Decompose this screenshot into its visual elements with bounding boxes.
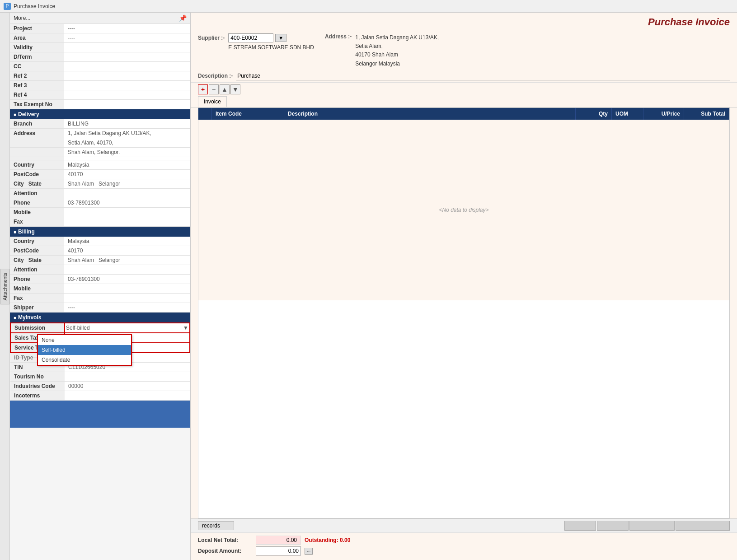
incoterms-value[interactable] <box>65 391 190 401</box>
attention-value[interactable] <box>64 189 190 198</box>
bill-attention-value[interactable] <box>64 265 190 275</box>
right-panel: Purchase Invoice Supplier :- ▼ E STREAM … <box>191 13 737 560</box>
tab-invoice[interactable]: Invoice <box>198 96 227 107</box>
supplier-section: Supplier :- ▼ E STREAM SOFTWARE SDN BHD … <box>191 32 737 70</box>
right-header: Purchase Invoice <box>191 13 737 32</box>
nav-btn-1[interactable] <box>564 521 596 531</box>
city-state-label: City State <box>10 179 64 189</box>
nav-btn-4[interactable] <box>676 521 730 531</box>
bill-country-value[interactable]: Malaysia <box>64 237 190 246</box>
project-label: Project <box>10 24 64 33</box>
col-uom: UOM <box>612 108 643 120</box>
delivery-section-header[interactable]: ■ Delivery <box>10 109 190 119</box>
bill-fax-label: Fax <box>10 294 64 303</box>
tourism-no-label: Tourism No <box>10 372 65 382</box>
field-ref3: Ref 3 <box>10 81 190 90</box>
industries-code-label: Industries Code <box>10 382 65 391</box>
field-project: Project ---- <box>10 24 190 33</box>
mobile-value[interactable] <box>64 208 190 217</box>
field-address-3: Shah Alam, Selangor. <box>10 148 190 157</box>
address-label: Address :- <box>325 33 352 68</box>
dropdown-option-consolidate[interactable]: Consolidate <box>38 355 131 365</box>
field-industries-code: Industries Code 00000 <box>10 382 190 391</box>
dterm-value[interactable] <box>64 52 190 62</box>
bill-postcode-label: PostCode <box>10 246 64 256</box>
address-3-value: Shah Alam, Selangor. <box>64 148 190 157</box>
ref2-label: Ref 2 <box>10 71 64 81</box>
address-block: 1, Jalan Setia Dagang AK U13/AK, Setia A… <box>355 33 439 68</box>
col-qty: Qty <box>576 108 612 120</box>
sidebar-item-attachments[interactable]: Attachments <box>0 269 9 304</box>
field-branch: Branch BILLING <box>10 119 190 129</box>
tab-bar: Invoice <box>191 96 737 107</box>
tax-exempt-value[interactable] <box>64 100 190 109</box>
address-4-value <box>64 157 190 160</box>
billing-section-header[interactable]: ■ Billing <box>10 227 190 237</box>
grid-body: <No data to display> <box>198 120 729 300</box>
ref2-value[interactable] <box>64 71 190 81</box>
nav-btn-2[interactable] <box>597 521 629 531</box>
dropdown-option-none[interactable]: None <box>38 335 131 345</box>
validity-value[interactable] <box>64 43 190 52</box>
remove-row-button[interactable]: − <box>209 84 219 94</box>
bill-field-city-state: City State Shah Alam Selangor <box>10 256 190 265</box>
deposit-amount-input[interactable] <box>256 546 301 555</box>
more-label[interactable]: More... <box>14 15 30 21</box>
window-title: Purchase Invoice <box>14 3 55 9</box>
field-fax: Fax <box>10 217 190 227</box>
myinvois-title: MyInvois <box>18 314 41 321</box>
validity-label: Validity <box>10 43 64 52</box>
address-value[interactable]: 1, Jalan Setia Dagang AK U13/AK, <box>64 129 190 138</box>
myinvois-collapse-icon: ■ <box>14 315 16 320</box>
tourism-no-value[interactable] <box>65 372 190 382</box>
branch-value[interactable]: BILLING <box>64 119 190 129</box>
bill-mobile-value[interactable] <box>64 284 190 294</box>
submission-dropdown[interactable]: None Self-billed Consolidate <box>37 334 132 366</box>
submission-value-cell[interactable]: Self-billed ▼ <box>65 323 190 333</box>
city-state-value[interactable]: Shah Alam Selangor <box>64 179 190 189</box>
outstanding-label: Outstanding: 0.00 <box>305 537 350 543</box>
supplier-code-input[interactable] <box>228 33 273 42</box>
grid-header: Item Code Description Qty UOM U/Price Su… <box>198 108 729 120</box>
bill-shipper-value[interactable]: ---- <box>64 303 190 313</box>
pin-icon[interactable]: 📌 <box>179 14 187 22</box>
industries-code-value[interactable]: 00000 <box>65 382 190 391</box>
description-input[interactable] <box>236 72 730 80</box>
field-ref4: Ref 4 <box>10 90 190 100</box>
myinvois-section-header[interactable]: ■ MyInvois <box>10 313 190 322</box>
bill-fax-value[interactable] <box>64 294 190 303</box>
deposit-ellipsis-btn[interactable]: ··· <box>305 548 313 555</box>
nav-btn-3[interactable] <box>629 521 675 531</box>
cc-value[interactable] <box>64 62 190 71</box>
deposit-amount-label: Deposit Amount: <box>198 548 252 554</box>
records-bar: records <box>191 518 737 532</box>
submission-label: Submission <box>10 323 65 333</box>
bill-postcode-value[interactable]: 40170 <box>64 246 190 256</box>
branch-label: Branch <box>10 119 64 129</box>
billing-title: Billing <box>18 229 35 235</box>
vertical-sidebar: Attachments Note... Item Template... <box>0 13 10 560</box>
ref3-value[interactable] <box>64 81 190 90</box>
area-value[interactable]: ---- <box>64 33 190 43</box>
description-row: Description :- <box>191 70 737 83</box>
ref4-value[interactable] <box>64 90 190 100</box>
postcode-value[interactable]: 40170 <box>64 170 190 179</box>
add-row-button[interactable]: + <box>198 84 208 94</box>
supplier-dropdown-btn[interactable]: ▼ <box>275 34 286 42</box>
bill-country-label: Country <box>10 237 64 246</box>
move-down-button[interactable]: ▼ <box>230 84 240 94</box>
bill-phone-value[interactable]: 03-78901300 <box>64 275 190 284</box>
bill-city-state-value[interactable]: Shah Alam Selangor <box>64 256 190 265</box>
fax-value[interactable] <box>64 217 190 227</box>
bill-attention-label: Attention <box>10 265 64 275</box>
no-data-message: <No data to display> <box>439 207 488 213</box>
project-value[interactable]: ---- <box>64 24 190 33</box>
dropdown-option-self-billed[interactable]: Self-billed <box>38 345 131 355</box>
records-label: records <box>198 521 234 530</box>
country-value[interactable]: Malaysia <box>64 160 190 170</box>
submission-dropdown-arrow[interactable]: ▼ <box>183 325 188 331</box>
phone-value[interactable]: 03-78901300 <box>64 198 190 208</box>
move-up-button[interactable]: ▲ <box>220 84 230 94</box>
mobile-label: Mobile <box>10 208 64 217</box>
col-subtotal: Sub Total <box>684 108 729 120</box>
